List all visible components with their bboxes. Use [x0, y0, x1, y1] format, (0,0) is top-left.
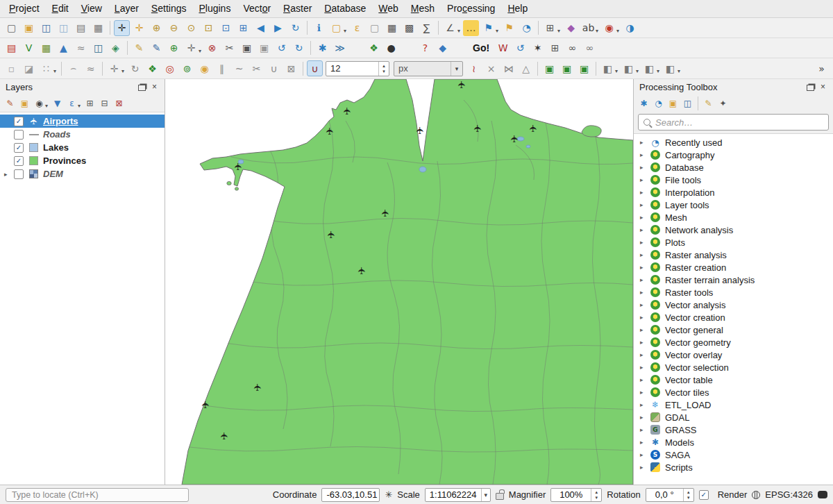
layers-panel-close-button[interactable]: ×: [150, 83, 159, 92]
zoom-out-icon[interactable]: ⊖: [166, 20, 182, 36]
add-vector-layer-icon[interactable]: V: [21, 40, 37, 56]
locate-input[interactable]: Type to locate (Ctrl+K): [6, 488, 189, 502]
layer-checkbox-dem[interactable]: [14, 169, 24, 179]
snapping-toggle-icon[interactable]: ∪: [307, 60, 323, 76]
expand-arrow-icon[interactable]: ▸: [640, 464, 646, 471]
field-calculator-icon[interactable]: ▩: [401, 20, 417, 36]
zoom-native-icon[interactable]: ⊙: [183, 20, 199, 36]
toolbox-save-icon[interactable]: ◫: [681, 96, 694, 110]
diagram-options-dropdown-icon[interactable]: ▾: [616, 28, 619, 34]
show-layout-manager-icon[interactable]: ▦: [90, 20, 106, 36]
symbol-fill-combo-icon[interactable]: ◧: [641, 60, 657, 76]
diagram-options-icon[interactable]: ◉: [601, 20, 617, 36]
move-feature-dropdown-icon[interactable]: ▾: [121, 68, 124, 74]
toolbox-group-mesh[interactable]: ▸Mesh: [634, 211, 833, 224]
zoom-in-icon[interactable]: ⊕: [149, 20, 165, 36]
python-console-icon[interactable]: ≫: [332, 40, 348, 56]
menu-project[interactable]: Project: [3, 0, 46, 17]
layer-item-dem[interactable]: ▸ DEM: [0, 167, 165, 180]
toolbox-group-etl-load[interactable]: ▸❄ETL_LOAD: [634, 398, 833, 411]
layer-checkbox-airports[interactable]: [14, 117, 24, 126]
layer-item-roads[interactable]: Roads: [0, 128, 165, 141]
add-part-icon[interactable]: ⊚: [179, 60, 195, 76]
expand-arrow-icon[interactable]: ▸: [640, 301, 646, 308]
layer-style-combo-icon[interactable]: ◧: [600, 60, 616, 76]
toolbox-group-grass[interactable]: ▸GGRASS: [634, 423, 833, 436]
save-project-as-icon[interactable]: ◫: [56, 20, 71, 36]
expand-arrow-icon[interactable]: ▸: [640, 439, 646, 446]
simplify-feature-icon[interactable]: ❖: [144, 60, 160, 76]
merge-features-icon[interactable]: ∪: [266, 60, 282, 76]
coordinate-input[interactable]: -63.03,10.51: [321, 488, 380, 502]
open-attribute-table-icon[interactable]: ▦: [384, 20, 400, 36]
binoculars-icon[interactable]: ∞: [564, 40, 580, 56]
bug-plugin-icon[interactable]: ✶: [530, 40, 546, 56]
filter-by-expression-icon[interactable]: ε: [65, 96, 78, 110]
style-manager-icon[interactable]: ◆: [563, 20, 579, 36]
stream-digitize-icon[interactable]: ≈: [83, 60, 99, 76]
expand-arrow-icon[interactable]: ▸: [640, 201, 646, 208]
menu-help[interactable]: Help: [501, 0, 534, 17]
measure-dropdown-icon[interactable]: ▾: [457, 28, 460, 34]
save-layer-edits-icon[interactable]: ✎: [149, 40, 165, 56]
toolbox-group-vector-overlay[interactable]: ▸Vector overlay: [634, 348, 833, 361]
toolbox-group-scripts[interactable]: ▸Scripts: [634, 461, 833, 473]
expand-arrow-icon[interactable]: ▸: [640, 351, 646, 358]
labeling-options-icon[interactable]: ab: [580, 20, 596, 36]
collapse-all-icon[interactable]: ⊟: [98, 96, 111, 110]
vertex-tool-dropdown-icon[interactable]: ▾: [199, 48, 201, 54]
menu-layer[interactable]: Layer: [108, 0, 145, 17]
label-toolbar-dropdown-icon[interactable]: ▾: [53, 68, 56, 74]
layer-checkbox-roads[interactable]: [14, 130, 24, 140]
add-wms-icon[interactable]: ◈: [108, 40, 124, 56]
show-bookmarks-icon[interactable]: ⚑: [501, 20, 517, 36]
avoid-intersections-icon[interactable]: ×: [483, 60, 499, 76]
zoom-to-layer-icon[interactable]: ⊞: [235, 20, 251, 36]
spyglass-icon[interactable]: ∞: [582, 40, 598, 56]
toolbox-group-network-analysis[interactable]: ▸Network analysis: [634, 224, 833, 236]
globe-plugin-icon[interactable]: ●: [383, 40, 399, 56]
toolbox-group-vector-table[interactable]: ▸Vector table: [634, 373, 833, 386]
expand-arrow-icon[interactable]: ▸: [640, 364, 646, 371]
toolbox-group-raster-terrain-analysis[interactable]: ▸Raster terrain analysis: [634, 274, 833, 286]
topological-editing-icon[interactable]: ⋈: [500, 60, 516, 76]
render-checkbox[interactable]: [699, 490, 709, 500]
toolbox-history-icon[interactable]: ◔: [652, 96, 665, 110]
symbol-stroke-combo-dropdown-icon[interactable]: ▾: [678, 68, 680, 74]
delete-part-icon[interactable]: ⊠: [283, 60, 299, 76]
measure-icon[interactable]: ∠: [442, 20, 458, 36]
symbol-color-combo-icon[interactable]: ◧: [621, 60, 637, 76]
new-map-view-dropdown-icon[interactable]: ▾: [557, 28, 560, 34]
reshape-features-icon[interactable]: ~: [231, 60, 247, 76]
new-project-icon[interactable]: ▢: [3, 20, 19, 36]
labeling-options-dropdown-icon[interactable]: ▾: [596, 28, 598, 34]
filter-by-expression-dropdown-icon[interactable]: ▾: [78, 103, 81, 109]
layer-checkbox-lakes[interactable]: [14, 143, 24, 153]
rotation-spinbox[interactable]: 0,0 °▴▾: [646, 488, 694, 502]
toolbox-group-vector-creation[interactable]: ▸Vector creation: [634, 311, 833, 324]
menu-vector[interactable]: Vector: [237, 0, 277, 17]
expand-arrow-icon[interactable]: ▸: [640, 226, 646, 233]
pan-to-selection-icon[interactable]: ✛: [131, 20, 147, 36]
expand-all-icon[interactable]: ⊞: [83, 96, 96, 110]
layer-item-airports[interactable]: ✈ Airports: [0, 115, 165, 128]
move-feature-icon[interactable]: ✛: [106, 60, 122, 76]
rotation-spin-arrows[interactable]: ▴▾: [683, 489, 693, 501]
identify-features-icon[interactable]: ℹ: [311, 20, 327, 36]
new-map-view-icon[interactable]: ⊞: [542, 20, 558, 36]
manage-map-themes-dropdown-icon[interactable]: ▾: [45, 103, 48, 109]
zoom-last-icon[interactable]: ◀: [253, 20, 269, 36]
toggle-editing-icon[interactable]: ✎: [131, 40, 147, 56]
toolbox-options-icon[interactable]: ✦: [716, 96, 730, 110]
toolbox-group-plots[interactable]: ▸Plots: [634, 236, 833, 249]
whats-this-icon[interactable]: ◆: [435, 40, 451, 56]
new-bookmark-dropdown-icon[interactable]: ▾: [496, 28, 498, 34]
new-print-layout-icon[interactable]: ▤: [73, 20, 89, 36]
extents-icon[interactable]: ✳: [385, 489, 392, 500]
manage-map-themes-icon[interactable]: ◉: [33, 96, 46, 110]
menu-edit[interactable]: Edit: [46, 0, 75, 17]
copy-features-icon[interactable]: ▣: [239, 40, 255, 56]
help-icon[interactable]: ?: [417, 40, 433, 56]
select-by-expression-icon[interactable]: ε: [349, 20, 365, 36]
expand-arrow-icon[interactable]: ▸: [4, 171, 8, 178]
